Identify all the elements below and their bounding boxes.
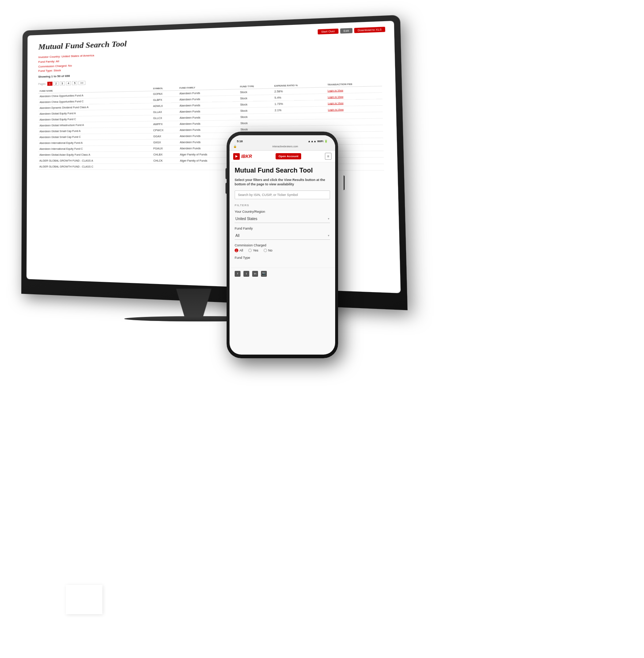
lock-icon: 🔒 — [233, 145, 237, 148]
cell-type: Stock — [239, 107, 273, 114]
phone-signal-icons: ▲▲▲ WiFi 🔋 — [308, 140, 328, 143]
cell-fund-name: ALGER GLOBAL GROWTH FUND - CLASS A — [38, 158, 152, 164]
cell-type: Stock — [239, 114, 273, 120]
monitor-screen: Start Over Edit Download to XLS Mutual F… — [26, 21, 401, 293]
hamburger-menu-button[interactable]: ≡ — [325, 153, 332, 160]
ibkr-logo: ▶ IBKR — [233, 153, 252, 160]
phone-desc-bold: View Results — [284, 178, 304, 182]
scene: Start Over Edit Download to XLS Mutual F… — [0, 0, 644, 658]
commission-yes-label: Yes — [253, 249, 258, 252]
phone-volume-down-button — [226, 183, 227, 194]
monitor-bezel: Start Over Edit Download to XLS Mutual F… — [26, 21, 401, 293]
facebook-icon[interactable]: f — [235, 271, 240, 277]
country-filter-label: Your Country/Region — [235, 210, 330, 213]
phone-search-input[interactable] — [235, 190, 330, 199]
cell-expense — [273, 113, 326, 120]
page-5[interactable]: 5 — [72, 81, 77, 85]
page-3[interactable]: 3 — [60, 82, 65, 86]
cell-symbol: GGAX — [152, 133, 178, 139]
fund-family-filter-group: Fund Family All ▾ — [235, 227, 330, 240]
cell-family: Aberdeen Funds — [178, 120, 239, 127]
monitor-outer: Start Over Edit Download to XLS Mutual F… — [21, 15, 408, 310]
ibkr-logo-text: IBKR — [241, 154, 252, 159]
phone-outer: 5:18 ▲▲▲ WiFi 🔋 🔒 interactivebrokers.com… — [227, 132, 338, 358]
phone-content: Mutual Fund Search Tool Select your filt… — [230, 162, 335, 268]
cell-symbol: CHLCK — [152, 158, 178, 164]
phone-url: interactivebrokers.com — [239, 145, 332, 148]
cell-type: Stock — [238, 95, 273, 102]
fund-type-filter-label: Fund Type — [235, 256, 330, 260]
cell-fee — [326, 125, 383, 132]
ibkr-logo-icon: ▶ — [233, 153, 240, 160]
phone-volume-up-button — [226, 168, 227, 179]
page-label: Pages: — [38, 83, 46, 85]
fund-family-select[interactable]: All ▾ — [235, 232, 330, 240]
cell-symbol: CPWCX — [152, 127, 178, 133]
cell-symbol: CHLBX — [152, 152, 178, 158]
decorative-white-box — [66, 585, 102, 614]
fund-family-select-value: All — [235, 234, 239, 238]
commission-no-radio[interactable] — [264, 249, 267, 252]
phone-desc-text: Select your filters and click the — [235, 178, 283, 182]
phone-description: Select your filters and click the View R… — [235, 178, 330, 187]
twitter-icon[interactable]: t — [243, 271, 249, 277]
open-account-button[interactable]: Open Account — [276, 153, 301, 159]
fund-family-filter-label: Fund Family — [235, 227, 330, 230]
commission-all-label: All — [239, 249, 243, 252]
cell-symbol: GOPAX — [151, 91, 178, 97]
cell-symbol: ADWLX — [152, 103, 178, 109]
commission-filter-group: Commission Charged All Yes — [235, 243, 330, 252]
phone-browser-bar: 🔒 interactivebrokers.com — [230, 135, 335, 151]
fund-type-filter-group: Fund Type — [235, 256, 330, 260]
edit-button[interactable]: Edit — [340, 28, 352, 34]
cell-fee — [326, 118, 383, 125]
phone-nav-bar: ▶ IBKR Open Account ≡ — [230, 151, 335, 162]
commission-filter-label: Commission Charged — [235, 243, 330, 247]
page-2[interactable]: 2 — [53, 82, 58, 86]
commission-all-option[interactable]: All — [235, 249, 243, 252]
country-select[interactable]: United States ▾ — [235, 215, 330, 223]
phone-time: 5:18 — [237, 140, 243, 143]
commission-yes-option[interactable]: Yes — [248, 249, 258, 252]
cell-family: Aberdeen Funds — [178, 114, 239, 121]
cell-type: Stock — [238, 101, 273, 108]
cell-fund-name: Aberdeen International Equity Fund C — [38, 145, 152, 152]
phone-wrapper: 5:18 ▲▲▲ WiFi 🔋 🔒 interactivebrokers.com… — [227, 132, 344, 366]
start-over-button[interactable]: Start Over — [318, 29, 338, 34]
page-1[interactable]: 1 — [47, 82, 52, 86]
cell-fee — [326, 112, 383, 119]
cell-type: Stock — [238, 88, 273, 95]
commission-all-radio[interactable] — [235, 249, 238, 252]
fund-family-chevron-icon: ▾ — [328, 234, 329, 237]
cell-symbol — [152, 164, 178, 170]
cell-fund-name: Aberdeen Global Small Cap Fund C — [38, 133, 152, 140]
screen-content: Start Over Edit Download to XLS Mutual F… — [26, 21, 401, 293]
cell-symbol: GLLCX — [152, 115, 178, 121]
cell-expense — [273, 119, 326, 126]
cell-fund-name: ALGER GLOBAL GROWTH FUND - CLASS C — [38, 164, 152, 170]
commission-radio-group: All Yes No — [235, 249, 330, 252]
phone-power-button — [344, 175, 345, 190]
cell-symbol: FGAUX — [152, 145, 178, 152]
page-4[interactable]: 4 — [66, 81, 71, 85]
cell-type: Stock — [239, 120, 273, 126]
cell-symbol: GLLAX — [152, 109, 178, 116]
commission-no-label: No — [268, 249, 273, 252]
phone-status-bar: 5:18 ▲▲▲ WiFi 🔋 — [237, 140, 328, 143]
cell-symbol: AWFFX — [152, 121, 178, 127]
filters-section-label: FILTERS — [235, 204, 330, 207]
cell-fee: Login to View — [326, 106, 383, 113]
cell-symbol: GLBPX — [151, 97, 178, 103]
commission-no-option[interactable]: No — [264, 249, 273, 252]
phone-screen: 5:18 ▲▲▲ WiFi 🔋 🔒 interactivebrokers.com… — [230, 135, 335, 355]
cell-fund-name: Aberdeen Global Asian Equity Fund Class … — [38, 152, 152, 158]
cell-symbol: GIIGX — [152, 139, 178, 145]
instagram-icon[interactable]: 📷 — [261, 271, 267, 277]
commission-yes-radio[interactable] — [248, 249, 252, 252]
page-next[interactable]: >> — [79, 81, 86, 85]
country-select-value: United States — [235, 217, 257, 221]
ibkr-icon-symbol: ▶ — [235, 155, 238, 158]
cell-expense: 2.1% — [273, 106, 326, 113]
country-filter-group: Your Country/Region United States ▾ — [235, 210, 330, 223]
linkedin-icon[interactable]: in — [252, 271, 258, 277]
